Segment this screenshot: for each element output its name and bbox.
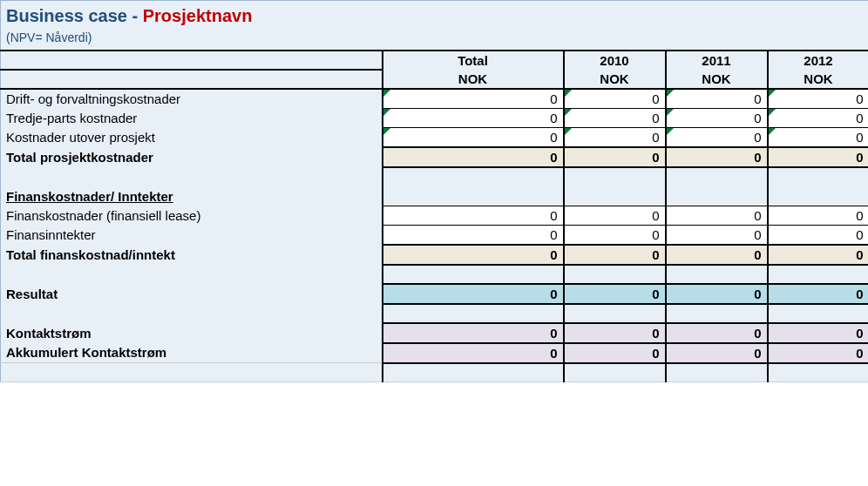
cell-finkost-total[interactable]: 0: [383, 206, 564, 225]
header-blank-2: [1, 70, 383, 89]
row-drift-label: Drift- og forvaltningskostnader: [1, 89, 383, 109]
subtitle-text: (NPV= Nåverdi): [6, 30, 92, 44]
spacer: [564, 167, 666, 186]
spacer: [383, 265, 564, 284]
row-utover-label: Kostnader utover prosjekt: [1, 128, 383, 148]
spacer: [383, 304, 564, 323]
cell-kontakt-y1: 0: [564, 323, 666, 343]
spacer: [564, 186, 666, 206]
col-y2-cur: NOK: [666, 70, 768, 89]
spacer: [666, 167, 768, 186]
cell-fininn-y3[interactable]: 0: [768, 225, 869, 245]
row-totproj-label: Total prosjektkostnader: [1, 147, 383, 167]
cell-utover-total[interactable]: 0: [383, 128, 564, 148]
spacer: [666, 363, 768, 382]
cell-tredje-y2[interactable]: 0: [666, 109, 768, 128]
cell-kontakt-y3: 0: [768, 323, 869, 343]
page-title: Business case - Prosjektnavn: [1, 1, 869, 29]
cell-fininn-y2[interactable]: 0: [666, 225, 768, 245]
spacer: [666, 265, 768, 284]
cell-utover-y1[interactable]: 0: [564, 128, 666, 148]
header-blank: [1, 51, 383, 70]
spacer: [768, 363, 869, 382]
spacer: [564, 304, 666, 323]
spacer: [1, 304, 383, 323]
cell-tredje-y3[interactable]: 0: [768, 109, 869, 128]
spacer: [564, 363, 666, 382]
col-y3-label: 2012: [768, 51, 869, 70]
cell-fininn-total[interactable]: 0: [383, 225, 564, 245]
col-y1-label: 2010: [564, 51, 666, 70]
spacer: [383, 363, 564, 382]
col-total-label: Total: [383, 51, 564, 70]
subtitle: (NPV= Nåverdi): [1, 28, 869, 51]
section-finans: Finanskostnader/ Inntekter: [1, 186, 383, 206]
spacer: [768, 186, 869, 206]
col-y1-cur: NOK: [564, 70, 666, 89]
cell-resultat-y2: 0: [666, 284, 768, 304]
row-totfin-label: Total finanskostnad/inntekt: [1, 245, 383, 265]
row-akk-label: Akkumulert Kontaktstrøm: [1, 343, 383, 363]
cell-totfin-y3: 0: [768, 245, 869, 265]
cell-drift-y1[interactable]: 0: [564, 89, 666, 109]
cell-kontakt-total: 0: [383, 323, 564, 343]
spacer: [768, 167, 869, 186]
cell-tredje-y1[interactable]: 0: [564, 109, 666, 128]
col-y3-cur: NOK: [768, 70, 869, 89]
spacer: [564, 265, 666, 284]
spacer: [666, 304, 768, 323]
cell-akk-y3: 0: [768, 343, 869, 363]
cell-drift-total[interactable]: 0: [383, 89, 564, 109]
cell-totfin-y1: 0: [564, 245, 666, 265]
spacer: [383, 186, 564, 206]
spacer: [768, 265, 869, 284]
cell-utover-y2[interactable]: 0: [666, 128, 768, 148]
row-tredje-label: Tredje-parts kostnader: [1, 109, 383, 128]
cell-totfin-y2: 0: [666, 245, 768, 265]
cell-utover-y3[interactable]: 0: [768, 128, 869, 148]
spacer: [1, 363, 383, 382]
spacer: [1, 167, 383, 186]
col-total-cur: NOK: [383, 70, 564, 89]
spacer: [383, 167, 564, 186]
cell-totproj-total: 0: [383, 147, 564, 167]
row-kontakt-label: Kontaktstrøm: [1, 323, 383, 343]
business-case-table: Business case - Prosjektnavn (NPV= Nåver…: [0, 0, 868, 382]
cell-resultat-total: 0: [383, 284, 564, 304]
row-resultat-label: Resultat: [1, 284, 383, 304]
cell-finkost-y1[interactable]: 0: [564, 206, 666, 225]
title-prefix: Business case -: [6, 6, 143, 25]
cell-drift-y3[interactable]: 0: [768, 89, 869, 109]
cell-kontakt-y2: 0: [666, 323, 768, 343]
cell-finkost-y2[interactable]: 0: [666, 206, 768, 225]
cell-fininn-y1[interactable]: 0: [564, 225, 666, 245]
cell-resultat-y3: 0: [768, 284, 869, 304]
cell-drift-y2[interactable]: 0: [666, 89, 768, 109]
cell-akk-y1: 0: [564, 343, 666, 363]
cell-tredje-total[interactable]: 0: [383, 109, 564, 128]
row-finkost-label: Finanskostnader (finansiell lease): [1, 206, 383, 225]
cell-akk-y2: 0: [666, 343, 768, 363]
cell-totproj-y3: 0: [768, 147, 869, 167]
col-y2-label: 2011: [666, 51, 768, 70]
cell-finkost-y3[interactable]: 0: [768, 206, 869, 225]
row-fininn-label: Finansinntekter: [1, 225, 383, 245]
cell-totfin-total: 0: [383, 245, 564, 265]
cell-resultat-y1: 0: [564, 284, 666, 304]
cell-akk-total: 0: [383, 343, 564, 363]
spacer: [1, 265, 383, 284]
cell-totproj-y2: 0: [666, 147, 768, 167]
spreadsheet: Business case - Prosjektnavn (NPV= Nåver…: [0, 0, 868, 486]
project-name: Prosjektnavn: [143, 6, 253, 25]
spacer: [768, 304, 869, 323]
cell-totproj-y1: 0: [564, 147, 666, 167]
spacer: [666, 186, 768, 206]
